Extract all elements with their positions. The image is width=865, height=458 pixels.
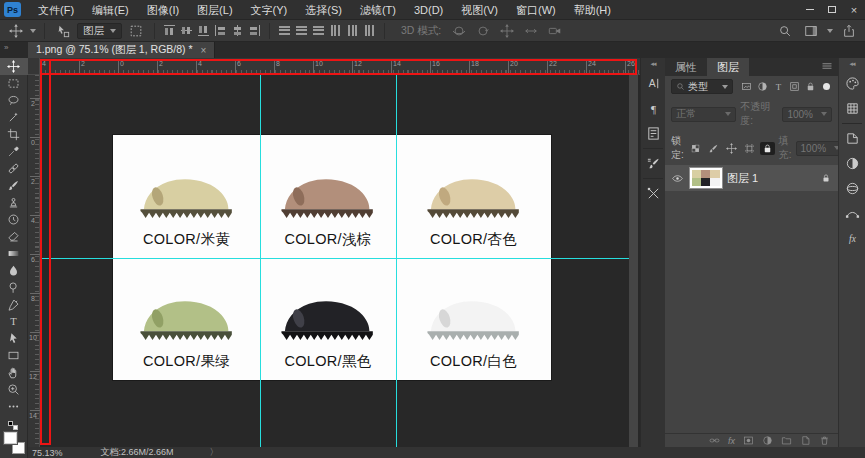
opacity-field[interactable]: 100% xyxy=(782,107,832,122)
lock-all-icon[interactable] xyxy=(760,142,775,155)
tool-preset-chevron-icon[interactable] xyxy=(30,29,36,33)
zoom-tool[interactable] xyxy=(0,381,28,398)
lock-position-icon[interactable] xyxy=(724,142,739,155)
minimize-button[interactable] xyxy=(799,1,821,19)
restore-button[interactable] xyxy=(821,1,843,19)
character-panel-icon[interactable] xyxy=(641,71,665,96)
ruler-corner[interactable] xyxy=(28,58,40,75)
filter-smart-objects-icon[interactable] xyxy=(805,81,816,92)
threed-pan-icon[interactable] xyxy=(497,22,517,40)
menu-item[interactable]: 帮助(H) xyxy=(565,0,620,20)
close-button[interactable]: × xyxy=(843,1,865,19)
distribute-right-edges-icon[interactable] xyxy=(363,24,376,37)
marquee-tool[interactable] xyxy=(0,75,28,92)
threed-orbit-icon[interactable] xyxy=(449,22,469,40)
distribute-vertical-centers-icon[interactable] xyxy=(295,24,308,37)
layer-name[interactable]: 图层 1 xyxy=(727,171,816,186)
threed-camera-icon[interactable] xyxy=(545,22,565,40)
document-tab-close-icon[interactable]: × xyxy=(201,45,207,56)
add-layer-mask-icon[interactable] xyxy=(743,435,754,446)
zoom-level-field[interactable]: 75.13% xyxy=(32,448,63,458)
filter-pixel-layers-icon[interactable] xyxy=(741,81,752,92)
menu-item[interactable]: 视图(V) xyxy=(452,0,507,20)
lock-transparent-pixels-icon[interactable] xyxy=(688,142,703,155)
threed-roll-icon[interactable] xyxy=(473,22,493,40)
menu-item[interactable]: 文字(Y) xyxy=(242,0,297,20)
panel-menu-icon[interactable] xyxy=(821,58,833,76)
show-transform-controls-icon[interactable] xyxy=(126,22,146,40)
vertical-scrollbar[interactable] xyxy=(629,75,638,447)
spot-heal-tool[interactable] xyxy=(0,160,28,177)
gradient-tool[interactable] xyxy=(0,245,28,262)
default-colors-icon[interactable] xyxy=(8,421,18,430)
foreground-color-swatch[interactable] xyxy=(4,432,17,444)
more-tools[interactable] xyxy=(0,398,28,415)
menu-item[interactable]: 窗口(W) xyxy=(507,0,565,20)
status-options-chevron-icon[interactable]: 〉 xyxy=(210,446,219,458)
distribute-horizontal-centers-icon[interactable] xyxy=(346,24,359,37)
move-tool[interactable] xyxy=(0,58,28,75)
eyedropper-tool[interactable] xyxy=(0,143,28,160)
history-brush-tool[interactable] xyxy=(0,211,28,228)
threed-slide-icon[interactable] xyxy=(521,22,541,40)
guide-vertical-1[interactable] xyxy=(260,75,261,447)
blend-mode-dropdown[interactable]: 正常 xyxy=(671,107,736,122)
hand-tool[interactable] xyxy=(0,364,28,381)
quick-select-tool[interactable] xyxy=(0,109,28,126)
link-layers-icon[interactable] xyxy=(709,435,720,446)
align-top-edges-icon[interactable] xyxy=(163,24,176,37)
path-select-tool[interactable] xyxy=(0,330,28,347)
menu-item[interactable]: 图像(I) xyxy=(138,0,188,20)
foreground-background-swatches[interactable] xyxy=(3,432,25,454)
collapse-panels-icon[interactable]: ◂◂ xyxy=(650,58,655,71)
clone-stamp-tool[interactable] xyxy=(0,194,28,211)
align-right-edges-icon[interactable] xyxy=(248,24,261,37)
lock-image-pixels-icon[interactable] xyxy=(706,142,721,155)
type-tool[interactable] xyxy=(0,313,28,330)
filter-type-layers-icon[interactable] xyxy=(773,81,784,92)
toolbar-expand-icon[interactable]: » xyxy=(4,43,7,52)
styles-panel-icon[interactable] xyxy=(839,226,865,251)
pen-tool[interactable] xyxy=(0,296,28,313)
align-vertical-centers-icon[interactable] xyxy=(180,24,193,37)
dodge-tool[interactable] xyxy=(0,279,28,296)
panel-tab[interactable]: 图层 xyxy=(707,58,749,76)
paths-panel-icon[interactable] xyxy=(839,201,865,226)
new-group-icon[interactable] xyxy=(781,435,792,446)
brush-settings-panel-icon[interactable] xyxy=(641,151,665,176)
guide-horizontal-1[interactable] xyxy=(40,258,629,259)
lasso-tool[interactable] xyxy=(0,92,28,109)
libraries-panel-icon[interactable] xyxy=(839,126,865,151)
menu-item[interactable]: 3D(D) xyxy=(405,0,452,20)
workspace-chevron-icon[interactable] xyxy=(827,29,833,33)
blur-tool[interactable] xyxy=(0,262,28,279)
menu-item[interactable]: 图层(L) xyxy=(188,0,241,20)
threed-panel-icon[interactable] xyxy=(839,176,865,201)
guide-vertical-2[interactable] xyxy=(396,75,397,447)
menu-item[interactable]: 文件(F) xyxy=(29,0,83,20)
canvas-area[interactable]: 4202468101214161820222426 202468101214 C… xyxy=(28,58,640,447)
menu-item[interactable]: 滤镜(T) xyxy=(351,0,405,20)
new-adjustment-layer-icon[interactable] xyxy=(762,435,773,446)
share-icon[interactable] xyxy=(839,22,859,40)
collapse-panels-icon[interactable]: ◂◂ xyxy=(849,58,854,71)
layer-filter-toggle[interactable] xyxy=(823,83,830,90)
layer-filter-type-dropdown[interactable]: 类型 xyxy=(671,79,733,94)
swatches-panel-icon[interactable] xyxy=(839,96,865,121)
layer-thumbnail[interactable] xyxy=(690,168,722,188)
vertical-ruler[interactable]: 202468101214 xyxy=(28,75,40,447)
distribute-bottom-edges-icon[interactable] xyxy=(312,24,325,37)
document-tab[interactable]: 1.png @ 75.1% (图层 1, RGB/8) * × xyxy=(28,42,215,58)
paragraph-panel-icon[interactable] xyxy=(641,96,665,121)
color-panel-icon[interactable] xyxy=(839,71,865,96)
new-layer-icon[interactable] xyxy=(800,435,811,446)
align-bottom-edges-icon[interactable] xyxy=(197,24,210,37)
glyphs-panel-icon[interactable] xyxy=(641,121,665,146)
move-tool-icon[interactable] xyxy=(6,22,26,40)
distribute-left-edges-icon[interactable] xyxy=(329,24,342,37)
workspace-icon[interactable] xyxy=(801,22,821,40)
search-icon[interactable] xyxy=(775,22,795,40)
menu-item[interactable]: 编辑(E) xyxy=(83,0,138,20)
lock-artboard-icon[interactable] xyxy=(742,142,757,155)
eraser-tool[interactable] xyxy=(0,228,28,245)
